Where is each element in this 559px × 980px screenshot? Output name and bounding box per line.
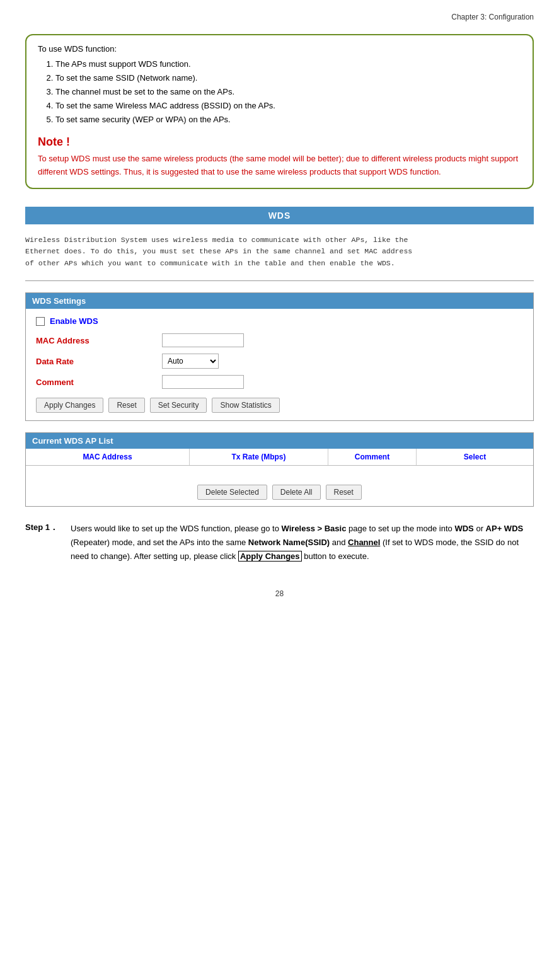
enable-wds-label: Enable WDS (50, 316, 98, 326)
step1-section: Step 1． Users would like to set up the W… (25, 522, 534, 563)
data-rate-label: Data Rate (36, 357, 162, 366)
table-body (26, 466, 533, 478)
col-comment: Comment (328, 449, 417, 465)
col-tx-rate: Tx Rate (Mbps) (190, 449, 328, 465)
list-item: To set the same Wireless MAC address (BS… (55, 99, 521, 113)
note-list: The APs must support WDS function. To se… (55, 57, 521, 127)
current-list-title: Current WDS AP List (26, 433, 533, 449)
list-item: To set the same SSID (Network name). (55, 71, 521, 85)
mac-address-input[interactable] (162, 333, 244, 347)
comment-label: Comment (36, 378, 162, 387)
chapter-title: Chapter 3: Configuration (451, 13, 534, 21)
section-divider (25, 280, 534, 281)
wds-description-text: Wireless Distribution System uses wirele… (25, 236, 412, 267)
wds-settings-inner: Enable WDS MAC Address Data Rate Auto 1M… (26, 309, 533, 420)
delete-all-button[interactable]: Delete All (272, 485, 321, 500)
step1-label: Step 1． (25, 522, 63, 533)
page-number: 28 (25, 589, 534, 598)
enable-wds-row: Enable WDS (36, 316, 523, 326)
col-select: Select (417, 449, 533, 465)
list-item: To set same security (WEP or WPA) on the… (55, 113, 521, 127)
wds-settings-box: WDS Settings Enable WDS MAC Address Data… (25, 292, 534, 421)
mac-address-row: MAC Address (36, 333, 523, 347)
settings-button-row: Apply Changes Reset Set Security Show St… (36, 398, 523, 413)
data-rate-select[interactable]: Auto 1M 2M 5.5M 11M 6M 9M 12M 18M 24M 36… (162, 354, 219, 369)
note-body: To setup WDS must use the same wireless … (38, 153, 521, 179)
reset-button[interactable]: Reset (108, 398, 144, 413)
wds-header-bar: WDS (25, 207, 534, 224)
wds-settings-title: WDS Settings (26, 293, 533, 309)
list-item: The APs must support WDS function. (55, 57, 521, 71)
col-mac-address: MAC Address (26, 449, 190, 465)
list-item: The channel must be set to the same on t… (55, 85, 521, 99)
list-reset-button[interactable]: Reset (326, 485, 362, 500)
note-intro: To use WDS function: (38, 44, 521, 54)
delete-selected-button[interactable]: Delete Selected (197, 485, 267, 500)
note-title: Note ! (38, 135, 521, 149)
table-header-row: MAC Address Tx Rate (Mbps) Comment Selec… (26, 449, 533, 466)
chapter-header: Chapter 3: Configuration (25, 13, 534, 21)
comment-input[interactable] (162, 375, 244, 389)
step1-content: Users would like to set up the WDS funct… (71, 522, 534, 563)
comment-row: Comment (36, 375, 523, 389)
wds-description: Wireless Distribution System uses wirele… (25, 234, 534, 269)
set-security-button[interactable]: Set Security (150, 398, 207, 413)
apply-changes-button[interactable]: Apply Changes (36, 398, 103, 413)
delete-button-row: Delete Selected Delete All Reset (26, 478, 533, 506)
step1-row: Step 1． Users would like to set up the W… (25, 522, 534, 563)
current-wds-ap-list-box: Current WDS AP List MAC Address Tx Rate … (25, 432, 534, 507)
note-box: To use WDS function: The APs must suppor… (25, 34, 534, 189)
enable-wds-checkbox[interactable] (36, 317, 45, 326)
show-statistics-button[interactable]: Show Statistics (212, 398, 279, 413)
mac-address-label: MAC Address (36, 336, 162, 345)
wds-title: WDS (268, 210, 291, 221)
data-rate-row: Data Rate Auto 1M 2M 5.5M 11M 6M 9M 12M … (36, 354, 523, 369)
